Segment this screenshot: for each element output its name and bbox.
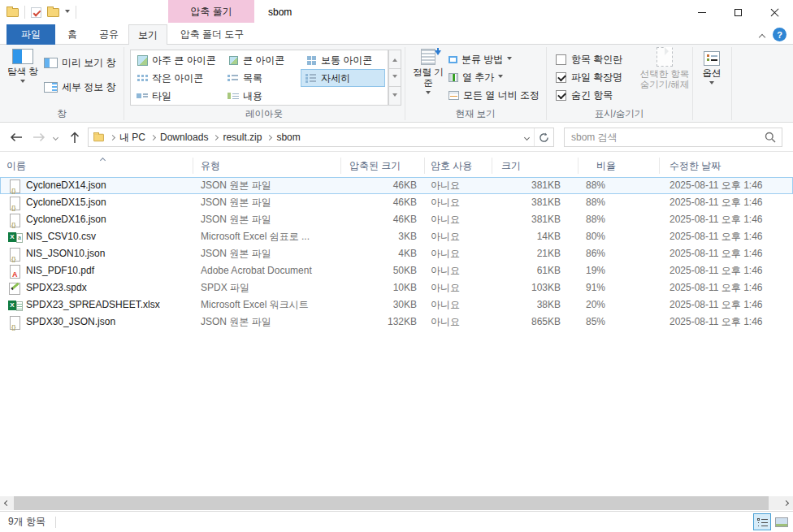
add-columns-button[interactable]: 열 추가 xyxy=(448,68,503,86)
help-button[interactable]: ? xyxy=(773,28,786,41)
horizontal-scrollbar[interactable] xyxy=(0,496,793,510)
chevron-down-icon xyxy=(507,57,512,63)
layout-option[interactable]: 큰 아이콘 xyxy=(223,51,301,69)
search-icon[interactable] xyxy=(765,132,776,143)
titlebar: 압축 풀기 sbom xyxy=(0,0,793,24)
details-pane-button[interactable]: 세부 정보 창 xyxy=(44,78,116,96)
column-header-ratio[interactable]: 비율 xyxy=(578,158,660,174)
show-hide-checkbox-row[interactable]: 숨긴 항목 xyxy=(556,86,622,104)
column-header-name[interactable]: 이름 xyxy=(0,158,193,174)
up-button[interactable] xyxy=(65,123,84,152)
gallery-more-button[interactable] xyxy=(388,87,401,106)
navigation-pane-button[interactable]: 탐색 창 xyxy=(5,49,41,85)
file-row[interactable]: SPDX23_SPREADSHEET.xlsx Microsoft Excel … xyxy=(0,296,793,314)
file-row[interactable]: SPDX23.spdx SPDX 파일 10KB 아니요 103KB 91% 2… xyxy=(0,279,793,296)
breadcrumb-item[interactable]: Downloads xyxy=(145,128,208,146)
address-dropdown-button[interactable] xyxy=(519,128,534,146)
folder-icon[interactable] xyxy=(6,8,19,17)
modified-date-cell: 2025-08-11 오후 1:46 xyxy=(660,245,793,262)
layout-option[interactable]: 내용 xyxy=(223,87,301,105)
search-input[interactable] xyxy=(565,131,765,144)
details-view-button[interactable] xyxy=(753,513,771,530)
gallery-scroll-up-button[interactable] xyxy=(388,50,401,69)
show-hide-checkbox-row[interactable]: 파일 확장명 xyxy=(556,68,622,86)
size-cell: 103KB xyxy=(492,279,578,296)
size-cell: 381KB xyxy=(492,211,578,228)
maximize-button[interactable] xyxy=(720,0,756,24)
group-separator xyxy=(731,47,732,120)
layout-option[interactable]: 작은 아이콘 xyxy=(132,69,223,87)
breadcrumb-item[interactable]: result.zip xyxy=(208,128,262,146)
address-bar[interactable]: 내 PC Downloads result.zip sbom xyxy=(88,128,554,147)
collapse-ribbon-button[interactable] xyxy=(756,32,769,43)
gallery-scroll-down-button[interactable] xyxy=(388,69,401,88)
modified-date-cell: 2025-08-11 오후 1:46 xyxy=(660,296,793,314)
close-button[interactable] xyxy=(756,0,793,24)
ratio-cell: 88% xyxy=(578,194,660,211)
hide-selected-items-icon xyxy=(656,47,673,67)
file-row[interactable]: SPDX30_JSON.json JSON 원본 파일 132KB 아니요 86… xyxy=(0,314,793,331)
scroll-left-button[interactable] xyxy=(0,496,14,510)
size-all-columns-button[interactable]: 모든 열 너비 조정 xyxy=(448,86,540,104)
layout-option[interactable]: 목록 xyxy=(223,69,301,87)
tab-view[interactable]: 보기 xyxy=(128,24,167,45)
tab-file[interactable]: 파일 xyxy=(6,24,55,45)
file-type-icon xyxy=(8,316,21,329)
arrow-left-icon xyxy=(10,132,23,142)
tab-home[interactable]: 홈 xyxy=(55,24,89,45)
preview-pane-label: 미리 보기 창 xyxy=(62,56,116,70)
file-name-cell: NIS_CSV10.csv xyxy=(0,228,193,245)
recent-locations-button[interactable] xyxy=(49,123,62,152)
file-type-cell: Microsoft Excel 쉼표로 ... xyxy=(193,228,341,245)
column-header-modified[interactable]: 수정한 날짜 xyxy=(660,158,793,174)
sort-by-button[interactable]: 정렬 기준 xyxy=(410,49,447,97)
refresh-button[interactable] xyxy=(534,128,553,146)
show-hide-checkbox-row[interactable]: 항목 확인란 xyxy=(556,50,622,68)
layout-option[interactable]: 보통 아이콘 xyxy=(301,51,385,69)
minimize-button[interactable] xyxy=(683,0,720,24)
file-row[interactable]: CycloneDX16.json JSON 원본 파일 46KB 아니요 381… xyxy=(0,211,793,228)
thumbnails-view-button[interactable] xyxy=(773,513,791,530)
chevron-right-icon xyxy=(266,134,272,140)
tab-share[interactable]: 공유 xyxy=(89,24,128,45)
breadcrumb-item[interactable]: 내 PC xyxy=(105,128,145,146)
column-header-type[interactable]: 유형 xyxy=(193,158,341,174)
layout-option[interactable]: 타일 xyxy=(132,87,223,105)
layout-option[interactable]: 아주 큰 아이콘 xyxy=(132,51,223,69)
properties-check-icon[interactable] xyxy=(31,7,41,18)
layout-option[interactable]: 자세히 xyxy=(301,69,385,87)
scroll-right-button[interactable] xyxy=(779,496,793,510)
file-name: SPDX23_SPREADSHEET.xlsx xyxy=(26,297,160,313)
maximize-icon xyxy=(734,9,742,16)
search-box[interactable] xyxy=(564,128,782,147)
options-button[interactable]: 옵션 xyxy=(694,51,730,87)
column-header-size[interactable]: 크기 xyxy=(492,158,578,174)
modified-date-cell: 2025-08-11 오후 1:46 xyxy=(660,211,793,228)
tab-compressed-folder-tools[interactable]: 압축 폴더 도구 xyxy=(167,24,257,45)
column-header-compressed-size[interactable]: 압축된 크기 xyxy=(341,158,425,174)
file-row[interactable]: NIS_JSON10.json JSON 원본 파일 4KB 아니요 21KB … xyxy=(0,245,793,262)
size-all-columns-icon xyxy=(448,91,459,100)
chevron-down-icon xyxy=(709,81,714,87)
file-name: CycloneDX15.json xyxy=(26,195,106,210)
customize-qat-chevron-icon[interactable] xyxy=(65,10,70,15)
forward-button[interactable] xyxy=(29,123,49,152)
file-row[interactable]: CycloneDX14.json JSON 원본 파일 46KB 아니요 381… xyxy=(0,177,793,194)
checkbox-icon[interactable] xyxy=(556,54,566,65)
compressed-size-cell: 3KB xyxy=(341,228,425,245)
group-by-button[interactable]: 분류 방법 xyxy=(448,50,512,68)
hide-selected-items-button[interactable]: 선택한 항목 숨기기/해제 xyxy=(639,47,691,90)
checkbox-icon[interactable] xyxy=(556,90,566,101)
preview-pane-button[interactable]: 미리 보기 창 xyxy=(44,54,116,71)
layout-option-icon xyxy=(306,55,317,66)
checkbox-icon[interactable] xyxy=(556,72,566,83)
file-row[interactable]: NIS_CSV10.csv Microsoft Excel 쉼표로 ... 3K… xyxy=(0,228,793,245)
scrollbar-thumb[interactable] xyxy=(14,496,769,510)
breadcrumb-item[interactable]: sbom xyxy=(262,128,300,146)
layout-option-label: 목록 xyxy=(243,71,262,85)
back-button[interactable] xyxy=(6,123,26,152)
file-row[interactable]: NIS_PDF10.pdf Adobe Acrobat Document 50K… xyxy=(0,262,793,279)
file-row[interactable]: CycloneDX15.json JSON 원본 파일 46KB 아니요 381… xyxy=(0,194,793,211)
new-folder-icon[interactable] xyxy=(47,8,59,17)
column-header-password[interactable]: 암호 사용 xyxy=(425,158,492,174)
